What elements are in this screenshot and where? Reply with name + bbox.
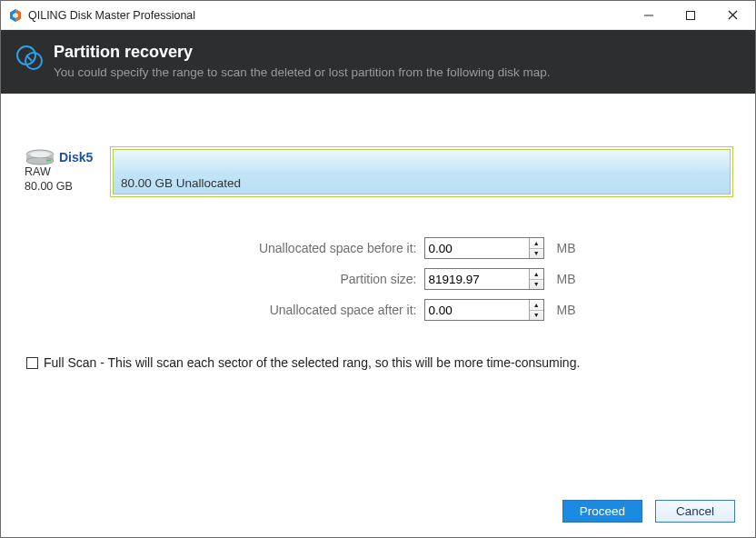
cancel-button[interactable]: Cancel [655,500,735,523]
minimize-button[interactable] [628,2,670,29]
page-title: Partition recovery [54,43,739,62]
spacer [23,370,733,476]
row-unallocated-after: Unallocated space after it: ▲ ▼ MB [181,299,576,321]
content-area: Disk5 RAW 80.00 GB 80.00 GB Unallocated … [1,94,755,489]
row-unallocated-before: Unallocated space before it: ▲ ▼ MB [181,237,576,259]
row-partition-size: Partition size: ▲ ▼ MB [181,268,576,290]
disk-size: 80.00 GB [25,180,108,194]
input-unallocated-after[interactable]: ▲ ▼ [424,299,544,321]
disk-map: Disk5 RAW 80.00 GB 80.00 GB Unallocated [23,146,733,197]
disk-name: Disk5 [59,150,93,166]
full-scan-checkbox[interactable] [26,357,38,369]
close-button[interactable] [711,2,753,29]
partition-bar[interactable]: 80.00 GB Unallocated [110,146,733,197]
disk-info: Disk5 RAW 80.00 GB [23,146,110,197]
spin-down-icon[interactable]: ▼ [530,280,543,290]
spinner-partition-size: ▲ ▼ [529,269,543,289]
partition-segment-label: 80.00 GB Unallocated [121,176,241,190]
input-partition-size-field[interactable] [425,269,529,289]
input-unallocated-after-field[interactable] [425,300,529,320]
label-unallocated-before: Unallocated space before it: [181,241,417,255]
spin-down-icon[interactable]: ▼ [530,249,543,259]
full-scan-row: Full Scan - This will scan each sector o… [23,355,733,370]
partition-segment-unallocated[interactable]: 80.00 GB Unallocated [113,149,731,194]
drive-icon [25,149,55,165]
disk-fs: RAW [25,165,108,180]
titlebar: QILING Disk Master Professional [1,1,755,30]
proceed-button-label: Proceed [580,504,625,518]
input-unallocated-before-field[interactable] [425,238,529,258]
app-icon [8,8,23,23]
maximize-button[interactable] [670,2,711,29]
spin-up-icon[interactable]: ▲ [530,238,543,249]
full-scan-label: Full Scan - This will scan each sector o… [44,355,580,370]
svg-line-6 [26,55,32,61]
spinner-unallocated-before: ▲ ▼ [529,238,543,258]
svg-point-10 [30,152,50,157]
svg-rect-1 [687,11,695,19]
header-band: Partition recovery You could specify the… [1,30,755,94]
app-window: QILING Disk Master Professional Partitio… [0,0,756,538]
unit-label: MB [557,272,576,286]
window-controls [628,2,753,29]
window-title: QILING Disk Master Professional [28,9,628,22]
recovery-icon [14,43,45,74]
spin-up-icon[interactable]: ▲ [530,300,543,311]
label-unallocated-after: Unallocated space after it: [181,303,417,317]
spin-up-icon[interactable]: ▲ [530,269,543,280]
spinner-unallocated-after: ▲ ▼ [529,300,543,320]
page-subtitle: You could specify the range to scan the … [54,65,739,79]
unit-label: MB [557,241,576,255]
proceed-button[interactable]: Proceed [562,500,642,523]
input-partition-size[interactable]: ▲ ▼ [424,268,544,290]
footer: Proceed Cancel [1,489,755,537]
unit-label: MB [557,303,576,317]
input-unallocated-before[interactable]: ▲ ▼ [424,237,544,259]
spin-down-icon[interactable]: ▼ [530,311,543,321]
svg-rect-11 [46,160,51,162]
size-form: Unallocated space before it: ▲ ▼ MB Part… [23,237,733,321]
cancel-button-label: Cancel [676,504,714,518]
label-partition-size: Partition size: [181,272,417,286]
